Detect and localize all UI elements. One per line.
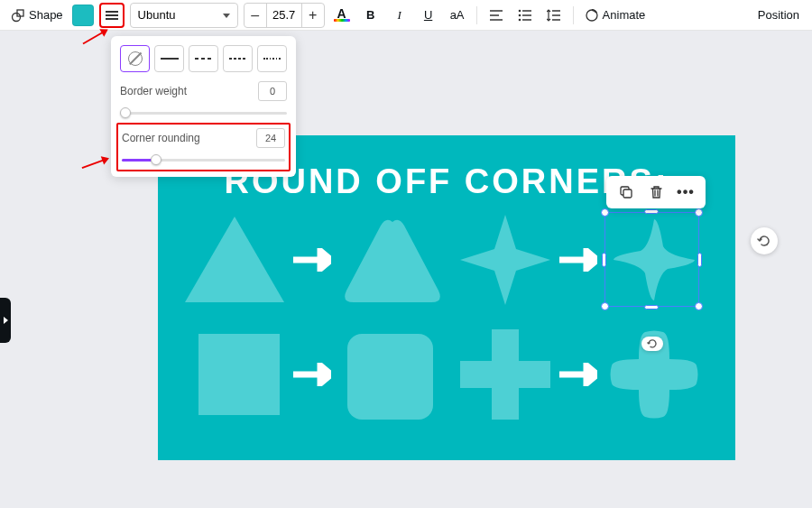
- italic-button[interactable]: I: [388, 4, 411, 27]
- dot-line-icon: [263, 58, 281, 60]
- rotate-icon: [647, 338, 658, 349]
- text-color-button[interactable]: A: [330, 4, 354, 27]
- shape-color-swatch[interactable]: [72, 5, 94, 26]
- selection-handle-s[interactable]: [644, 305, 659, 309]
- underline-button[interactable]: U: [417, 4, 440, 27]
- svg-rect-22: [623, 189, 632, 198]
- svg-point-10: [518, 14, 521, 16]
- annotation-arrow: [83, 30, 107, 45]
- selection-handle-w[interactable]: [602, 253, 606, 267]
- trash-icon: [650, 185, 663, 199]
- rainbow-bar-icon: [334, 19, 350, 22]
- svg-point-0: [13, 13, 21, 21]
- text-color-letter: A: [337, 8, 346, 19]
- spacing-button[interactable]: [542, 4, 566, 27]
- border-style-none[interactable]: [120, 45, 150, 72]
- delete-button[interactable]: [646, 182, 666, 202]
- annotation-highlight-box: Corner rounding 24: [116, 123, 291, 171]
- border-weight-value[interactable]: 0: [258, 81, 287, 101]
- border-style-popover: Border weight 0 Corner rounding 24: [111, 36, 296, 177]
- corner-rounding-value[interactable]: 24: [256, 128, 285, 148]
- toolbar-separator: [476, 6, 477, 24]
- square-sharp-shape[interactable]: [198, 334, 280, 415]
- svg-rect-19: [198, 334, 280, 415]
- border-style-row: [120, 45, 287, 72]
- font-size-stepper: – 25.7 +: [244, 3, 325, 28]
- border-style-solid[interactable]: [154, 45, 184, 72]
- selection-handle-se[interactable]: [695, 302, 703, 310]
- none-icon: [128, 51, 143, 66]
- border-style-dotted[interactable]: [257, 45, 287, 72]
- selection-handle-n[interactable]: [644, 209, 659, 214]
- selection-handle-sw[interactable]: [601, 302, 609, 310]
- solid-line-icon: [161, 58, 179, 60]
- font-name: Ubuntu: [138, 8, 176, 22]
- toolbar-separator: [573, 6, 574, 24]
- alignment-button[interactable]: [484, 4, 508, 27]
- selection-handle-nw[interactable]: [601, 208, 609, 217]
- border-style-dashed-short[interactable]: [223, 45, 253, 72]
- shape-tool-icon: [11, 8, 25, 23]
- font-size-decrease[interactable]: –: [245, 7, 266, 23]
- duplicate-icon: [619, 185, 633, 199]
- plus-sharp-shape[interactable]: [460, 329, 550, 420]
- animate-icon: [585, 8, 599, 23]
- border-weight-slider[interactable]: [120, 106, 287, 119]
- svg-point-8: [518, 9, 521, 12]
- text-case-button[interactable]: aA: [446, 4, 469, 27]
- border-style-button[interactable]: [99, 3, 125, 28]
- selection-handle-ne[interactable]: [695, 208, 703, 217]
- svg-marker-18: [185, 217, 284, 302]
- selection-bounding-box[interactable]: [604, 212, 699, 307]
- more-options-button[interactable]: •••: [676, 182, 696, 202]
- font-family-select[interactable]: Ubuntu: [130, 3, 238, 28]
- rotation-handle[interactable]: [641, 337, 663, 351]
- svg-rect-20: [347, 334, 433, 420]
- spacing-icon: [547, 9, 561, 22]
- shape-tool-button[interactable]: Shape: [7, 4, 67, 27]
- border-lines-icon: [105, 10, 119, 21]
- editor-toolbar: Shape Ubuntu – 25.7 + A B I U aA Animate…: [0, 0, 812, 31]
- font-size-value[interactable]: 25.7: [266, 4, 302, 27]
- corner-rounding-slider[interactable]: [122, 153, 285, 166]
- align-icon: [489, 9, 503, 22]
- selection-context-toolbar: •••: [606, 176, 706, 208]
- star-sharp-shape[interactable]: [460, 215, 550, 305]
- refresh-icon: [757, 234, 771, 248]
- triangle-sharp-shape[interactable]: [185, 217, 284, 302]
- animate-label: Animate: [603, 8, 646, 22]
- duplicate-button[interactable]: [616, 182, 636, 202]
- animate-button[interactable]: Animate: [581, 4, 650, 27]
- arrow-right-icon: [559, 363, 597, 386]
- dash-line-icon: [195, 58, 213, 60]
- regenerate-button[interactable]: [751, 227, 778, 254]
- border-weight-label: Border weight: [120, 85, 187, 97]
- position-button[interactable]: Position: [752, 4, 805, 27]
- arrow-right-icon: [293, 363, 331, 386]
- svg-point-12: [518, 18, 521, 21]
- list-button[interactable]: [513, 4, 537, 27]
- dash-line-icon: [229, 58, 247, 60]
- border-style-dashed-long[interactable]: [189, 45, 218, 72]
- square-rounded-shape[interactable]: [347, 334, 433, 420]
- corner-rounding-label: Corner rounding: [122, 132, 200, 144]
- bold-button[interactable]: B: [359, 4, 383, 27]
- triangle-rounded-shape[interactable]: [343, 217, 442, 302]
- arrow-right-icon: [293, 248, 331, 272]
- side-panel-expand-tab[interactable]: [0, 298, 11, 343]
- selection-handle-e[interactable]: [697, 253, 702, 267]
- annotation-arrow: [82, 158, 108, 169]
- shape-tool-label: Shape: [29, 8, 63, 22]
- arrow-right-icon: [559, 248, 597, 272]
- font-size-increase[interactable]: +: [302, 7, 324, 23]
- list-icon: [518, 9, 532, 22]
